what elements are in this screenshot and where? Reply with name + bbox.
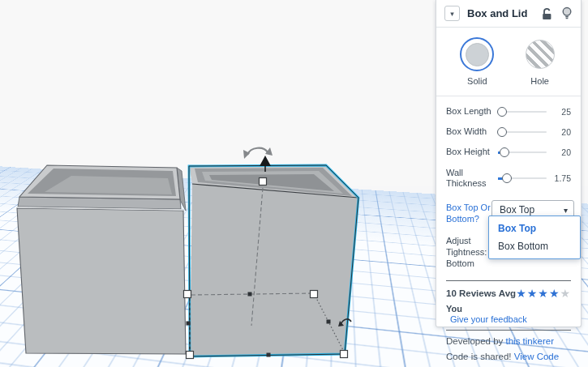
collapse-caret-button[interactable] xyxy=(444,6,460,21)
scale-handle-bottom-left[interactable] xyxy=(187,352,194,359)
star-icon[interactable]: ★ xyxy=(516,287,527,300)
slider-label: Box Length xyxy=(446,106,496,117)
slider-knob[interactable] xyxy=(502,173,512,183)
star-rating[interactable]: ★★★★★ xyxy=(516,288,571,299)
panel-header: Box and Lid xyxy=(436,0,581,28)
slider-row-box-length: Box Length 25 xyxy=(446,106,571,117)
material-option-hole[interactable]: Hole xyxy=(512,37,569,86)
reviews-summary: 10 Reviews Avg xyxy=(446,288,516,298)
scale-handle-left[interactable] xyxy=(184,291,191,298)
slider-knob[interactable] xyxy=(497,107,507,117)
hole-label: Hole xyxy=(530,76,549,86)
star-icon[interactable]: ★ xyxy=(527,287,539,300)
unlock-icon[interactable] xyxy=(542,7,552,20)
solid-label: Solid xyxy=(467,76,487,86)
hole-swatch[interactable] xyxy=(526,40,555,69)
slider-row-box-width: Box Width 20 xyxy=(446,126,571,137)
view-code-link[interactable]: View Code xyxy=(514,352,559,361)
menu-option-box-top[interactable]: Box Top xyxy=(489,220,580,237)
mid-handle-bottom[interactable] xyxy=(267,353,271,357)
scale-handle-bottom-right[interactable] xyxy=(341,351,348,358)
select-label: Box Top Or Bottom? xyxy=(446,200,491,225)
slider-label: Box Width xyxy=(446,126,496,137)
slider-value: 20 xyxy=(561,147,571,157)
shape-inspector-panel: Box and Lid Solid Hole Box Length 25 xyxy=(436,0,582,327)
scale-handle-mid-right[interactable] xyxy=(311,291,318,298)
mid-handle-center[interactable] xyxy=(248,292,252,297)
box-height-slider[interactable] xyxy=(498,147,547,157)
select-dropdown-menu: Box Top Box Bottom xyxy=(488,216,581,259)
give-feedback-link[interactable]: Give your feedback xyxy=(450,314,571,324)
material-option-solid[interactable]: Solid xyxy=(449,37,505,86)
developed-by-line: Developed by this tinkerer xyxy=(436,331,581,346)
mid-handle-right[interactable] xyxy=(327,320,331,324)
slider-knob[interactable] xyxy=(497,127,507,137)
slider-knob[interactable] xyxy=(500,147,509,157)
slider-value: 20 xyxy=(561,127,571,137)
wall-thickness-slider[interactable] xyxy=(498,173,547,183)
slider-row-wall-thickness: Wall Thickness 1.75 xyxy=(446,168,571,189)
slider-group: Box Length 25 Box Width 20 Box Height 20… xyxy=(436,96,581,189)
feedback-block: You Give your feedback xyxy=(436,299,581,324)
star-icon[interactable]: ★ xyxy=(560,287,571,300)
reviews-row: 10 Reviews Avg ★★★★★ xyxy=(436,281,581,299)
menu-option-box-bottom[interactable]: Box Bottom xyxy=(489,237,580,255)
material-selector: Solid Hole xyxy=(436,28,581,92)
slider-value: 25 xyxy=(561,107,571,117)
solid-swatch[interactable] xyxy=(460,37,494,71)
box-bottom-front-face[interactable] xyxy=(17,208,186,354)
this-tinkerer-link[interactable]: this tinkerer xyxy=(506,336,554,346)
box-lid-shape-selected[interactable] xyxy=(189,165,358,356)
slider-label: Box Height xyxy=(446,147,496,157)
tightness-label: Adjust Tightness: Bottom xyxy=(446,235,491,270)
scale-handle-top[interactable] xyxy=(260,178,267,186)
slider-label: Wall Thickness xyxy=(446,168,496,189)
box-bottom-shape[interactable] xyxy=(17,165,186,354)
star-icon[interactable]: ★ xyxy=(549,287,560,300)
code-shared-text: Code is shared! xyxy=(446,352,512,361)
star-icon[interactable]: ★ xyxy=(538,287,549,300)
you-label: You xyxy=(446,304,571,314)
mid-handle-left[interactable] xyxy=(187,322,191,326)
slider-row-box-height: Box Height 20 xyxy=(446,147,571,157)
rotate-arrow-icon[interactable] xyxy=(243,147,273,159)
developed-by-text: Developed by xyxy=(446,336,503,346)
slider-value: 1.75 xyxy=(555,173,571,183)
box-length-slider[interactable] xyxy=(498,107,547,117)
code-shared-line: Code is shared! View Code xyxy=(436,346,581,361)
panel-title: Box and Lid xyxy=(467,7,527,19)
lightbulb-icon[interactable] xyxy=(561,6,573,20)
box-width-slider[interactable] xyxy=(498,127,547,137)
